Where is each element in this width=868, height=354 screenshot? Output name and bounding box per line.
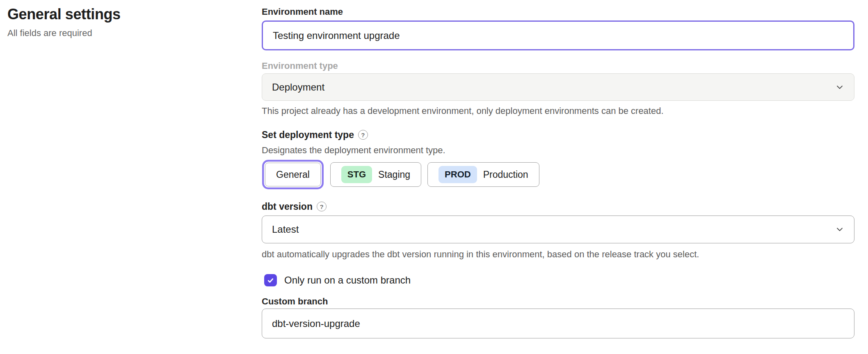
- deployment-type-general-button[interactable]: General: [265, 163, 321, 186]
- general-button-label: General: [276, 169, 310, 180]
- deployment-type-label: Set deployment type: [262, 129, 354, 141]
- help-tooltip-icon[interactable]: ?: [358, 130, 368, 140]
- general-settings-form: Environment name Environment type Deploy…: [262, 0, 854, 338]
- settings-header: General settings All fields are required: [7, 5, 237, 39]
- dbt-version-select[interactable]: Latest: [262, 216, 854, 243]
- deployment-type-options: General STG Staging PROD Production: [263, 162, 854, 187]
- deployment-type-production-button[interactable]: PROD Production: [427, 162, 539, 187]
- staging-button-label: Staging: [378, 169, 410, 180]
- help-tooltip-icon[interactable]: ?: [317, 202, 327, 211]
- environment-type-select[interactable]: Deployment: [262, 73, 854, 101]
- environment-name-label: Environment name: [262, 6, 854, 18]
- dbt-version-value: Latest: [272, 224, 299, 235]
- custom-branch-label: Custom branch: [262, 296, 854, 307]
- chevron-down-icon: [835, 83, 844, 92]
- deployment-type-staging-button[interactable]: STG Staging: [330, 162, 421, 187]
- environment-type-value: Deployment: [272, 82, 324, 93]
- environment-name-input[interactable]: [262, 20, 854, 50]
- custom-branch-checkbox-label[interactable]: Only run on a custom branch: [284, 275, 411, 286]
- custom-branch-checkbox[interactable]: [264, 274, 277, 286]
- environment-type-label: Environment type: [262, 60, 854, 72]
- page-subtitle: All fields are required: [7, 27, 237, 39]
- deployment-type-description: Designates the deployment environment ty…: [262, 145, 854, 156]
- staging-badge: STG: [341, 166, 372, 183]
- dbt-version-label: dbt version: [262, 201, 313, 212]
- custom-branch-input[interactable]: [262, 309, 854, 338]
- production-button-label: Production: [483, 169, 528, 180]
- check-icon: [267, 277, 274, 284]
- dbt-version-help: dbt automatically upgrades the dbt versi…: [262, 249, 854, 260]
- page-title: General settings: [7, 5, 237, 24]
- environment-type-help: This project already has a development e…: [262, 105, 854, 117]
- chevron-down-icon: [835, 225, 844, 234]
- production-badge: PROD: [439, 166, 477, 183]
